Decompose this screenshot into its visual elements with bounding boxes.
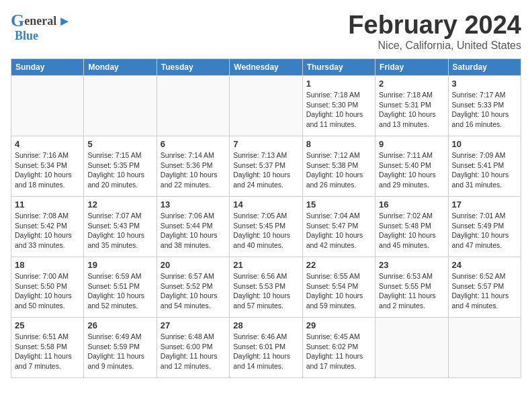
day-info: Sunrise: 6:55 AM Sunset: 5:54 PM Dayligh… [306,271,371,311]
weekday-header-tuesday: Tuesday [157,59,229,76]
day-info: Sunrise: 6:51 AM Sunset: 5:58 PM Dayligh… [15,332,80,371]
day-info: Sunrise: 7:15 AM Sunset: 5:35 PM Dayligh… [87,150,152,190]
day-number: 17 [452,199,517,210]
calendar-week-1: 1Sunrise: 7:18 AM Sunset: 5:30 PM Daylig… [11,76,521,136]
calendar-table: SundayMondayTuesdayWednesdayThursdayFrid… [11,58,521,378]
day-info: Sunrise: 6:59 AM Sunset: 5:51 PM Dayligh… [87,271,152,311]
day-info: Sunrise: 7:02 AM Sunset: 5:48 PM Dayligh… [379,211,444,250]
weekday-header-wednesday: Wednesday [230,59,302,76]
day-info: Sunrise: 7:14 AM Sunset: 5:36 PM Dayligh… [161,150,226,190]
day-number: 24 [452,260,517,270]
calendar-cell: 28Sunrise: 6:46 AM Sunset: 6:01 PM Dayli… [230,318,302,378]
day-number: 29 [306,320,371,330]
calendar-cell: 23Sunrise: 6:53 AM Sunset: 5:55 PM Dayli… [375,257,448,318]
calendar-cell: 3Sunrise: 7:17 AM Sunset: 5:33 PM Daylig… [448,76,521,136]
day-number: 4 [15,139,80,149]
calendar-cell [448,318,521,378]
day-info: Sunrise: 6:53 AM Sunset: 5:55 PM Dayligh… [379,271,444,311]
calendar-cell: 16Sunrise: 7:02 AM Sunset: 5:48 PM Dayli… [375,197,448,257]
day-number: 1 [306,79,371,89]
day-info: Sunrise: 7:05 AM Sunset: 5:45 PM Dayligh… [233,211,298,250]
day-number: 26 [87,320,152,330]
day-info: Sunrise: 6:45 AM Sunset: 6:02 PM Dayligh… [306,332,371,371]
day-info: Sunrise: 7:12 AM Sunset: 5:38 PM Dayligh… [306,150,371,190]
calendar-cell: 6Sunrise: 7:14 AM Sunset: 5:36 PM Daylig… [157,136,229,197]
day-info: Sunrise: 7:18 AM Sunset: 5:31 PM Dayligh… [379,90,444,130]
day-number: 9 [379,139,444,149]
calendar-cell: 10Sunrise: 7:09 AM Sunset: 5:41 PM Dayli… [448,136,521,197]
day-number: 25 [15,320,80,330]
calendar-cell: 8Sunrise: 7:12 AM Sunset: 5:38 PM Daylig… [302,136,375,197]
calendar-cell: 24Sunrise: 6:52 AM Sunset: 5:57 PM Dayli… [448,257,521,318]
day-info: Sunrise: 7:01 AM Sunset: 5:49 PM Dayligh… [452,211,517,250]
day-number: 3 [452,79,517,89]
logo-blue: Blue [15,29,38,43]
day-info: Sunrise: 7:07 AM Sunset: 5:43 PM Dayligh… [87,211,152,250]
calendar-cell: 9Sunrise: 7:11 AM Sunset: 5:40 PM Daylig… [375,136,448,197]
calendar-week-4: 18Sunrise: 7:00 AM Sunset: 5:50 PM Dayli… [11,257,521,318]
day-info: Sunrise: 7:08 AM Sunset: 5:42 PM Dayligh… [15,211,80,250]
calendar-header-row: SundayMondayTuesdayWednesdayThursdayFrid… [11,59,521,76]
day-number: 14 [233,199,298,210]
day-number: 2 [379,79,444,89]
calendar-cell: 19Sunrise: 6:59 AM Sunset: 5:51 PM Dayli… [84,257,157,318]
day-number: 12 [87,199,152,210]
weekday-header-friday: Friday [375,59,448,76]
day-info: Sunrise: 7:04 AM Sunset: 5:47 PM Dayligh… [306,211,371,250]
day-number: 19 [87,260,152,270]
day-number: 5 [87,139,152,149]
calendar-cell: 21Sunrise: 6:56 AM Sunset: 5:53 PM Dayli… [230,257,302,318]
calendar-cell: 15Sunrise: 7:04 AM Sunset: 5:47 PM Dayli… [302,197,375,257]
calendar-cell: 14Sunrise: 7:05 AM Sunset: 5:45 PM Dayli… [230,197,302,257]
day-number: 11 [15,199,80,210]
month-title: February 2024 [348,11,521,40]
day-info: Sunrise: 6:52 AM Sunset: 5:57 PM Dayligh… [452,271,517,311]
day-number: 28 [233,320,298,330]
weekday-header-sunday: Sunday [11,59,84,76]
day-info: Sunrise: 7:00 AM Sunset: 5:50 PM Dayligh… [15,271,80,311]
day-number: 7 [233,139,298,149]
day-number: 8 [306,139,371,149]
day-number: 20 [161,260,226,270]
calendar-cell: 25Sunrise: 6:51 AM Sunset: 5:58 PM Dayli… [11,318,84,378]
day-info: Sunrise: 7:11 AM Sunset: 5:40 PM Dayligh… [379,150,444,190]
weekday-header-thursday: Thursday [302,59,375,76]
weekday-header-monday: Monday [84,59,157,76]
calendar-cell: 26Sunrise: 6:49 AM Sunset: 5:59 PM Dayli… [84,318,157,378]
day-info: Sunrise: 6:49 AM Sunset: 5:59 PM Dayligh… [87,332,152,371]
calendar-cell: 2Sunrise: 7:18 AM Sunset: 5:31 PM Daylig… [375,76,448,136]
logo-arrow-icon: ► [58,13,71,29]
day-number: 6 [161,139,226,149]
calendar-cell: 27Sunrise: 6:48 AM Sunset: 6:00 PM Dayli… [157,318,229,378]
calendar-cell: 5Sunrise: 7:15 AM Sunset: 5:35 PM Daylig… [84,136,157,197]
calendar-cell [230,76,302,136]
logo-g: G [11,11,24,31]
calendar-cell: 4Sunrise: 7:16 AM Sunset: 5:34 PM Daylig… [11,136,84,197]
calendar-cell [84,76,157,136]
calendar-cell: 1Sunrise: 7:18 AM Sunset: 5:30 PM Daylig… [302,76,375,136]
day-info: Sunrise: 7:18 AM Sunset: 5:30 PM Dayligh… [306,90,371,130]
calendar-cell [375,318,448,378]
day-number: 18 [15,260,80,270]
calendar-cell [11,76,84,136]
logo-eneral: eneral [24,14,56,28]
calendar-week-2: 4Sunrise: 7:16 AM Sunset: 5:34 PM Daylig… [11,136,521,197]
day-info: Sunrise: 6:46 AM Sunset: 6:01 PM Dayligh… [233,332,298,371]
location-title: Nice, California, United States [348,40,521,52]
calendar-cell: 20Sunrise: 6:57 AM Sunset: 5:52 PM Dayli… [157,257,229,318]
day-number: 23 [379,260,444,270]
day-info: Sunrise: 7:06 AM Sunset: 5:44 PM Dayligh… [161,211,226,250]
title-area: February 2024 Nice, California, United S… [348,11,521,52]
logo: G eneral ► Blue [11,11,71,43]
day-info: Sunrise: 7:09 AM Sunset: 5:41 PM Dayligh… [452,150,517,190]
day-number: 15 [306,199,371,210]
calendar-cell: 22Sunrise: 6:55 AM Sunset: 5:54 PM Dayli… [302,257,375,318]
day-info: Sunrise: 7:13 AM Sunset: 5:37 PM Dayligh… [233,150,298,190]
day-number: 10 [452,139,517,149]
day-info: Sunrise: 6:48 AM Sunset: 6:00 PM Dayligh… [161,332,226,371]
weekday-header-saturday: Saturday [448,59,521,76]
day-number: 13 [161,199,226,210]
day-number: 16 [379,199,444,210]
day-number: 22 [306,260,371,270]
day-info: Sunrise: 6:57 AM Sunset: 5:52 PM Dayligh… [161,271,226,311]
